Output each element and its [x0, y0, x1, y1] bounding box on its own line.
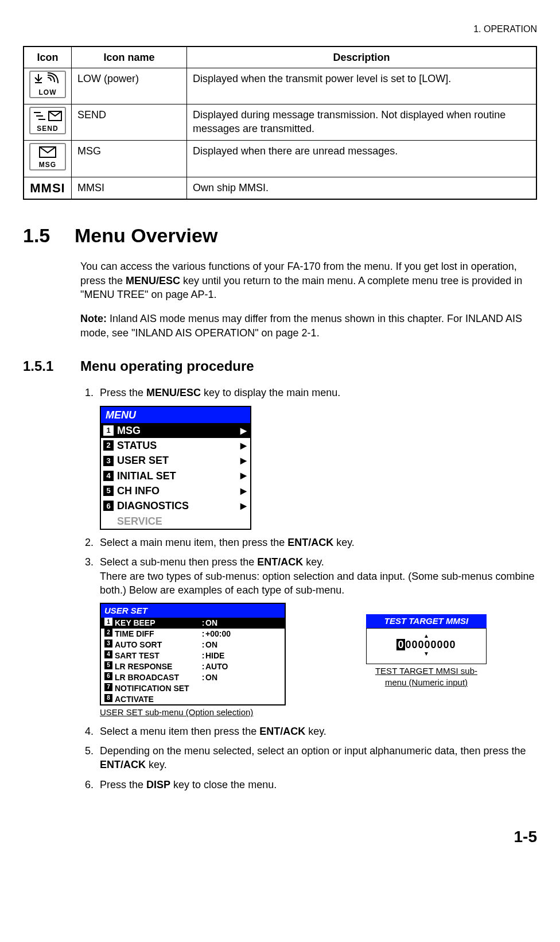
- cell-name: LOW (power): [72, 68, 187, 104]
- step: Select a main menu item, then press the …: [96, 536, 537, 549]
- icon-label: SEND: [30, 125, 65, 132]
- cell-name: SEND: [72, 104, 187, 141]
- userset-row: 4SART TEST:HIDE: [101, 650, 285, 661]
- section-number: 1.5: [23, 223, 75, 249]
- menu-item-diagnostics: 6DIAGNOSTICS▶: [101, 498, 250, 513]
- table-row: SEND SEND Displayed during message trans…: [24, 104, 536, 141]
- userset-caption: USER SET sub-menu (Option selection): [100, 707, 286, 718]
- menu-item-userset: 3USER SET▶: [101, 453, 250, 468]
- ent-ack-key: ENT/ACK: [287, 537, 333, 548]
- th-desc: Description: [187, 46, 537, 68]
- procedure-list: Press the MENU/ESC key to display the ma…: [80, 386, 537, 792]
- section-title: Menu Overview: [75, 224, 217, 246]
- mmsi-digits: 000000000: [371, 638, 481, 652]
- cell-name: MSG: [72, 141, 187, 177]
- step: Select a sub-menu then press the ENT/ACK…: [96, 555, 537, 719]
- mmsi-title: TEST TARGET MMSI: [366, 614, 487, 628]
- userset-row: 6LR BROADCAST:ON: [101, 672, 285, 683]
- userset-submenu-figure: USER SET 1KEY BEEP:ON 2TIME DIFF:+00:00 …: [100, 603, 286, 719]
- th-icon: Icon: [24, 46, 72, 68]
- chevron-right-icon: ▶: [240, 501, 247, 511]
- icon-label: LOW: [30, 89, 65, 96]
- menu-esc-key: MENU/ESC: [146, 387, 201, 398]
- chevron-right-icon: ▶: [240, 470, 247, 481]
- icon-table: Icon Icon name Description LOW LOW (powe…: [23, 46, 537, 200]
- menu-item-initialset: 4INITIAL SET▶: [101, 468, 250, 483]
- cell-desc: Own ship MMSI.: [187, 177, 537, 199]
- table-row: LOW LOW (power) Displayed when the trans…: [24, 68, 536, 104]
- main-menu-figure: MENU 1MSG▶ 2STATUS▶ 3USER SET▶ 4INITIAL …: [100, 406, 251, 530]
- subsection-heading: 1.5.1Menu operating procedure: [23, 357, 537, 375]
- th-name: Icon name: [72, 46, 187, 68]
- table-row: MMSI MMSI Own ship MMSI.: [24, 177, 536, 199]
- section-heading: 1.5Menu Overview: [23, 223, 537, 249]
- subsection-number: 1.5.1: [23, 357, 80, 375]
- menu-item-msg: 1MSG▶: [101, 423, 250, 438]
- ent-ack-key: ENT/ACK: [100, 759, 146, 770]
- menu-esc-key: MENU/ESC: [126, 275, 180, 286]
- page-header: 1. OPERATION: [23, 23, 537, 36]
- step: Press the MENU/ESC key to display the ma…: [96, 386, 537, 530]
- triangle-down-icon: ▼: [371, 652, 481, 656]
- disp-key: DISP: [146, 779, 170, 790]
- step: Select a menu item then press the ENT/AC…: [96, 724, 537, 738]
- overview-paragraph: You can access the various functions of …: [80, 259, 537, 301]
- userset-row: 8ACTIVATE: [101, 694, 285, 705]
- userset-row: 7NOTIFICATION SET: [101, 683, 285, 694]
- page-number: 1-5: [23, 826, 537, 848]
- userset-row: 2TIME DIFF:+00:00: [101, 629, 285, 639]
- note-label: Note:: [80, 313, 107, 324]
- userset-row: 5LR RESPONSE:AUTO: [101, 661, 285, 672]
- menu-item-service: SERVICE: [101, 514, 250, 529]
- menu-item-chinfo: 5CH INFO▶: [101, 483, 250, 498]
- cell-name: MMSI: [72, 177, 187, 199]
- chevron-right-icon: ▶: [240, 486, 247, 497]
- cell-desc: Displayed when the transmit power level …: [187, 68, 537, 104]
- cell-desc: Displayed when there are unread messages…: [187, 141, 537, 177]
- menu-title: MENU: [101, 407, 250, 423]
- userset-title: USER SET: [101, 604, 285, 618]
- step: Depending on the menu selected, select a…: [96, 744, 537, 772]
- ent-ack-key: ENT/ACK: [259, 726, 305, 737]
- ent-ack-key: ENT/ACK: [257, 556, 303, 568]
- mmsi-icon: MMSI: [30, 181, 65, 195]
- icon-label: MSG: [30, 161, 65, 168]
- table-row: MSG MSG Displayed when there are unread …: [24, 141, 536, 177]
- subsection-title: Menu operating procedure: [80, 358, 254, 374]
- chevron-right-icon: ▶: [240, 455, 247, 466]
- userset-row: 3AUTO SORT:ON: [101, 639, 285, 650]
- note-paragraph: Note: Inland AIS mode menus may differ f…: [80, 312, 537, 340]
- low-power-icon: LOW: [29, 71, 66, 98]
- send-icon: SEND: [29, 107, 66, 134]
- cell-desc: Displayed during message transmission. N…: [187, 104, 537, 141]
- userset-row: 1KEY BEEP:ON: [101, 618, 285, 629]
- chevron-right-icon: ▶: [240, 440, 247, 451]
- mmsi-caption: TEST TARGET MMSI sub-menu (Numeric input…: [366, 665, 487, 689]
- msg-icon: MSG: [29, 143, 66, 170]
- chevron-right-icon: ▶: [240, 425, 247, 436]
- mmsi-submenu-figure: TEST TARGET MMSI ▲ 000000000 ▼ TEST TARG…: [366, 603, 487, 688]
- step: Press the DISP key to close the menu.: [96, 778, 537, 792]
- menu-item-status: 2STATUS▶: [101, 438, 250, 453]
